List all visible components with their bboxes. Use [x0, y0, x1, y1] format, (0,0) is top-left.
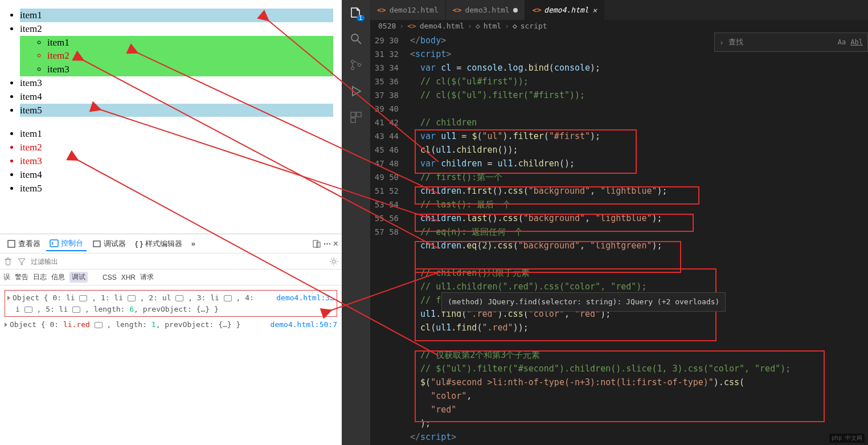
tab-demo3[interactable]: <> demo3.html [446, 0, 525, 20]
svg-rect-0 [8, 240, 15, 247]
match-word-icon[interactable]: Abl [850, 38, 863, 46]
list-item: item5 [20, 104, 333, 117]
filter-input[interactable] [31, 258, 325, 266]
devtools-tabs: 查看器 控制台 调试器 { } 样式编辑器 » ⋯ × [0, 234, 342, 254]
funnel-icon [17, 257, 26, 266]
list-item: item2 [20, 22, 333, 36]
inspector-icon [7, 239, 16, 248]
element-icon: ◇ [513, 22, 517, 30]
editor-panel: 1 <> demo12.html <> demo3.html <> demo [342, 0, 868, 445]
dirty-indicator-icon [513, 8, 518, 13]
code-editor[interactable]: 29 30 31 32 33 34 35 36 37 38 39 40 41 4… [370, 32, 868, 445]
console-object-2[interactable]: Object { 0: li.red , length: 1, prevObje… [5, 319, 337, 330]
intellisense-tooltip: (method) JQuery.find(selector: string): … [441, 292, 726, 312]
source-link[interactable]: demo4.html:50:7 [271, 319, 337, 330]
cat-log[interactable]: 日志 [33, 272, 47, 282]
browser-panel: item1 item2 item1 item2 item3 item3 item… [0, 0, 342, 445]
console-icon [50, 239, 59, 248]
tab-demo4[interactable]: <> demo4.html × [525, 0, 604, 20]
element-icon: ◇ [476, 22, 480, 30]
html-file-icon: <> [453, 6, 462, 14]
style-icon: { } [135, 239, 143, 248]
chevron-right-icon[interactable]: › [719, 38, 724, 47]
tab-demo12[interactable]: <> demo12.html [370, 0, 446, 20]
settings-icon[interactable] [329, 257, 338, 266]
svg-rect-13 [351, 112, 355, 117]
cat-warn[interactable]: 警告 [15, 272, 28, 282]
second-list: item1 item2 item3 item4 item5 [20, 127, 333, 195]
explorer-badge: 1 [357, 15, 365, 21]
source-control-icon[interactable] [349, 58, 363, 72]
svg-rect-3 [313, 240, 318, 247]
line-gutter: 29 30 31 32 33 34 35 36 37 38 39 40 41 4… [370, 32, 410, 445]
list-item: item3 [20, 76, 333, 90]
svg-point-12 [358, 64, 361, 67]
list-item: item3 [20, 154, 333, 168]
activity-bar: 1 [342, 0, 370, 445]
list-item: item5 [20, 182, 333, 195]
match-case-icon[interactable]: Aa [838, 38, 846, 46]
cat-info[interactable]: 信息 [51, 272, 65, 282]
kebab-icon[interactable]: ⋯ [324, 239, 331, 248]
list-item: item4 [20, 168, 333, 182]
code-content[interactable]: </body><script> var cl = console.log.bin… [410, 32, 868, 445]
svg-point-11 [351, 67, 354, 70]
cat-xhr[interactable]: XHR [121, 273, 136, 281]
tab-console[interactable]: 控制台 [46, 236, 87, 251]
expand-icon[interactable] [7, 296, 10, 300]
svg-rect-14 [357, 112, 361, 117]
list-item: item1 [20, 9, 333, 22]
svg-rect-4 [317, 242, 320, 247]
html-file-icon: <> [377, 6, 386, 14]
extensions-icon[interactable] [349, 111, 363, 124]
list-item: item3 [47, 63, 333, 76]
find-input[interactable]: 查找 [728, 37, 833, 47]
svg-point-8 [351, 34, 358, 41]
list-item: item1 [47, 36, 333, 50]
debug-icon[interactable] [349, 84, 363, 98]
tab-more[interactable]: » [188, 238, 199, 250]
tab-inspector[interactable]: 查看器 [3, 237, 44, 251]
list-item: item2 [20, 141, 333, 154]
responsive-icon[interactable] [312, 239, 321, 248]
first-list: item1 item2 item1 item2 item3 item3 item… [20, 9, 333, 117]
console-filter-row [0, 254, 342, 270]
trash-icon[interactable] [3, 257, 13, 266]
breadcrumb[interactable]: 0528› <> demo4.html› ◇ html› ◇ script [370, 20, 868, 32]
cat-debug[interactable]: 调试 [69, 272, 88, 283]
nested-list: item1 item2 item3 [20, 36, 333, 76]
tab-style-editor[interactable]: { } 样式编辑器 [132, 237, 186, 251]
source-link[interactable]: demo4.html:3… [276, 292, 334, 304]
svg-line-9 [358, 40, 361, 44]
svg-rect-1 [50, 240, 58, 247]
svg-rect-2 [93, 241, 100, 247]
close-icon[interactable]: × [592, 6, 597, 15]
devtools-panel: 查看器 控制台 调试器 { } 样式编辑器 » ⋯ × [0, 234, 342, 445]
console-output: Object { 0: li , 1: li , 2: ul , 3: li ,… [0, 285, 342, 445]
watermark: php 中文网 [829, 434, 865, 443]
list-item: item4 [20, 90, 333, 104]
editor-area: <> demo12.html <> demo3.html <> demo4.ht… [370, 0, 868, 445]
console-categories: 误 警告 日志 信息 调试 CSS XHR 请求 [0, 270, 342, 285]
expand-icon[interactable] [5, 322, 7, 327]
cat-css[interactable]: CSS [103, 273, 117, 281]
html-preview: item1 item2 item1 item2 item3 item3 item… [0, 0, 342, 234]
svg-rect-15 [351, 118, 355, 123]
html-file-icon: <> [407, 22, 416, 30]
close-icon[interactable]: × [333, 239, 338, 249]
editor-tabs: <> demo12.html <> demo3.html <> demo4.ht… [370, 0, 868, 20]
svg-point-10 [351, 60, 354, 63]
list-item: item1 [20, 127, 333, 141]
nested-container: item1 item2 item3 [20, 36, 333, 76]
debugger-icon [92, 239, 101, 248]
list-item: item2 [47, 49, 333, 63]
console-object-1[interactable]: Object { 0: li , 1: li , 2: ul , 3: li ,… [5, 290, 337, 317]
find-widget[interactable]: › 查找 Aa Abl [714, 32, 868, 52]
svg-point-5 [332, 260, 335, 263]
search-icon[interactable] [349, 32, 363, 46]
tab-debugger[interactable]: 调试器 [89, 237, 129, 251]
cat-error[interactable]: 误 [3, 272, 10, 282]
html-file-icon: <> [532, 6, 541, 14]
cat-requests[interactable]: 请求 [140, 272, 154, 282]
